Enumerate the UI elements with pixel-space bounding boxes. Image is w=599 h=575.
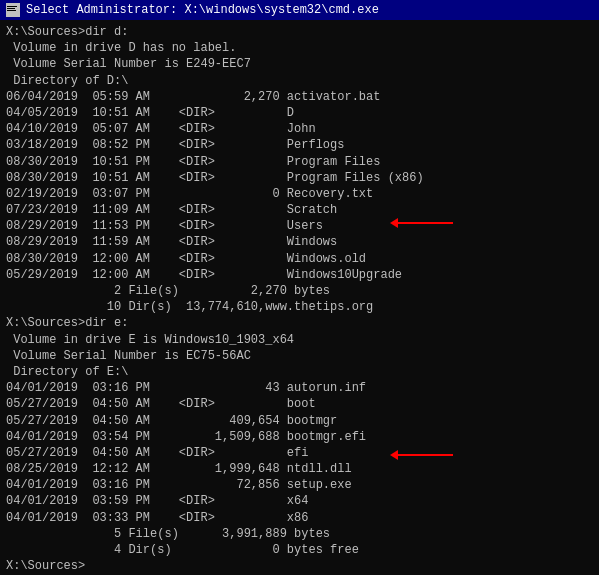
terminal-line: 05/29/2019 12:00 AM <DIR> Windows10Upgra… — [6, 267, 593, 283]
terminal-line: 03/18/2019 08:52 PM <DIR> Perflogs — [6, 137, 593, 153]
terminal-line: 04/01/2019 03:54 PM 1,509,688 bootmgr.ef… — [6, 429, 593, 445]
terminal-line: 08/29/2019 11:59 AM <DIR> Windows — [6, 234, 593, 250]
terminal-content[interactable]: X:\Sources>dir d: Volume in drive D has … — [0, 20, 599, 575]
terminal-line: 06/04/2019 05:59 AM 2,270 activator.bat — [6, 89, 593, 105]
terminal-line: 08/25/2019 12:12 AM 1,999,648 ntdll.dll — [6, 461, 593, 477]
terminal-line: Volume Serial Number is EC75-56AC — [6, 348, 593, 364]
terminal-line: 05/27/2019 04:50 AM <DIR> boot — [6, 396, 593, 412]
terminal-line: 10 Dir(s) 13,774,610,www.thetips.org — [6, 299, 593, 315]
terminal-line: Volume in drive E is Windows10_1903_x64 — [6, 332, 593, 348]
svg-rect-3 — [7, 10, 16, 11]
svg-rect-1 — [7, 6, 17, 7]
title-text: Select Administrator: X:\windows\system3… — [26, 3, 379, 17]
title-bar: Select Administrator: X:\windows\system3… — [0, 0, 599, 20]
terminal-line: 08/30/2019 10:51 PM <DIR> Program Files — [6, 154, 593, 170]
cmd-window: Select Administrator: X:\windows\system3… — [0, 0, 599, 575]
terminal-line: 04/01/2019 03:16 PM 72,856 setup.exe — [6, 477, 593, 493]
terminal-line: 04/01/2019 03:16 PM 43 autorun.inf — [6, 380, 593, 396]
terminal-line: X:\Sources> — [6, 558, 593, 574]
terminal-line: Directory of E:\ — [6, 364, 593, 380]
terminal-line: X:\Sources>dir d: — [6, 24, 593, 40]
terminal-line: 05/27/2019 04:50 AM 409,654 bootmgr — [6, 413, 593, 429]
terminal-line: 5 File(s) 3,991,889 bytes — [6, 526, 593, 542]
terminal-line: Directory of D:\ — [6, 73, 593, 89]
terminal-line: 04/01/2019 03:33 PM <DIR> x86 — [6, 510, 593, 526]
terminal-lines: X:\Sources>dir d: Volume in drive D has … — [6, 24, 593, 574]
svg-rect-2 — [7, 8, 15, 9]
terminal-line: 05/27/2019 04:50 AM <DIR> efi — [6, 445, 593, 461]
terminal-line: 4 Dir(s) 0 bytes free — [6, 542, 593, 558]
terminal-line: 04/01/2019 03:59 PM <DIR> x64 — [6, 493, 593, 509]
terminal-line: 07/23/2019 11:09 AM <DIR> Scratch — [6, 202, 593, 218]
terminal-line: 04/10/2019 05:07 AM <DIR> John — [6, 121, 593, 137]
terminal-line: 08/29/2019 11:53 PM <DIR> Users — [6, 218, 593, 234]
terminal-line: 02/19/2019 03:07 PM 0 Recovery.txt — [6, 186, 593, 202]
terminal-line: 2 File(s) 2,270 bytes — [6, 283, 593, 299]
terminal-line: X:\Sources>dir e: — [6, 315, 593, 331]
cmd-icon — [6, 3, 20, 17]
terminal-line: 08/30/2019 12:00 AM <DIR> Windows.old — [6, 251, 593, 267]
terminal-line: Volume Serial Number is E249-EEC7 — [6, 56, 593, 72]
terminal-line: 04/05/2019 10:51 AM <DIR> D — [6, 105, 593, 121]
terminal-line: 08/30/2019 10:51 AM <DIR> Program Files … — [6, 170, 593, 186]
terminal-line: Volume in drive D has no label. — [6, 40, 593, 56]
